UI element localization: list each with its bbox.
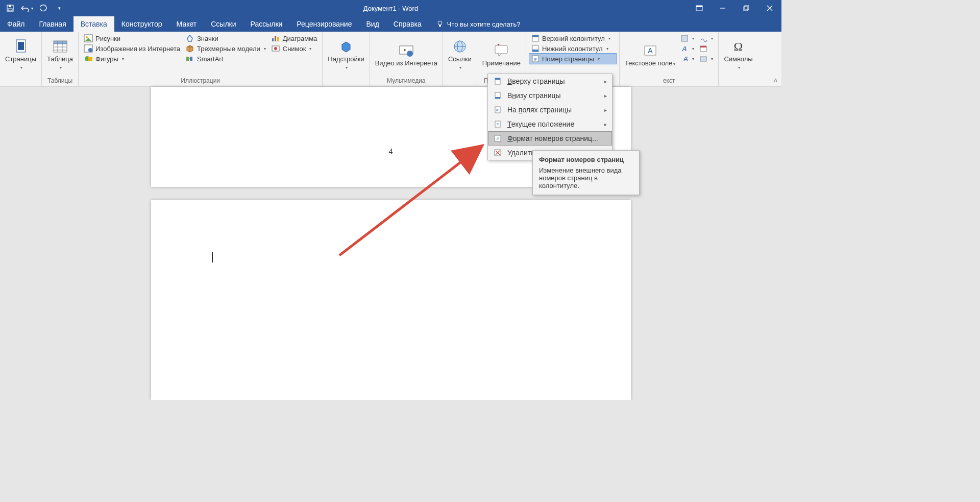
svg-rect-31 [277, 37, 279, 41]
addin-icon [339, 39, 353, 54]
textbox-icon: A [643, 43, 657, 58]
ribbon-tabs: Файл Главная Вставка Конструктор Макет С… [0, 16, 781, 32]
pages-button[interactable]: Страницы▾ [3, 33, 38, 76]
group-media: Видео из Интернета Мультимедиа [370, 32, 443, 86]
svg-text:#: # [496, 108, 499, 112]
redo-button[interactable] [35, 0, 51, 16]
svg-rect-29 [272, 38, 274, 41]
screenshot-button[interactable]: Снимок▾ [269, 43, 320, 54]
ribbon: Страницы▾ Таблица▾ Таблицы Рисунки Изобр… [0, 32, 781, 87]
tab-home[interactable]: Главная [32, 16, 73, 32]
svg-rect-7 [745, 6, 749, 10]
tab-file[interactable]: Файл [0, 16, 32, 32]
page-2[interactable] [151, 200, 631, 400]
parts-icon [680, 34, 689, 42]
undo-icon [20, 5, 30, 12]
dd-bottom-of-page[interactable]: Внизу страницы ▸ [488, 88, 612, 103]
3d-models-button[interactable]: Трехмерные модели▾ [183, 43, 268, 54]
dd-current-position[interactable]: # Текущее положение ▸ [488, 117, 612, 131]
footer-button[interactable]: Нижний колонтитул▾ [529, 43, 616, 54]
dd-page-margins[interactable]: # На полях страницы ▸ [488, 103, 612, 117]
header-button[interactable]: Верхний колонтитул▾ [529, 33, 616, 43]
smartart-icon [185, 55, 194, 63]
text-cursor [212, 252, 213, 262]
svg-rect-57 [700, 57, 706, 61]
object-button[interactable]: ▾ [697, 54, 715, 64]
undo-button[interactable]: ▾ [18, 0, 35, 16]
tab-help[interactable]: Справка [386, 16, 429, 32]
picture-icon [84, 34, 93, 42]
comment-icon [494, 44, 509, 57]
svg-rect-61 [495, 97, 500, 99]
date-icon [699, 44, 707, 53]
save-button[interactable] [2, 0, 18, 16]
video-icon [399, 44, 414, 57]
close-button[interactable] [758, 0, 781, 16]
quickparts-button[interactable]: ▾ [678, 33, 696, 43]
svg-rect-2 [8, 9, 12, 11]
group-tables-label: Таблицы [45, 76, 75, 86]
tell-me-placeholder: Что вы хотите сделать? [447, 20, 521, 28]
minimize-icon [720, 5, 726, 11]
smartart-button[interactable]: SmartArt [183, 54, 268, 64]
comment-button[interactable]: Примечание [480, 33, 523, 76]
group-addins: Надстройки▾ [323, 32, 370, 86]
wordart-icon: A [680, 44, 689, 53]
table-button[interactable]: Таблица▾ [45, 33, 75, 76]
lightbulb-icon [436, 20, 444, 28]
dd-top-of-page[interactable]: Вверху страницы ▸ [488, 74, 612, 88]
dd-format-page-numbers[interactable]: # Формат номеров страниц... [488, 131, 612, 146]
icons-button[interactable]: Значки [183, 33, 268, 43]
signature-button[interactable]: ▾ [697, 33, 715, 43]
object-icon [699, 55, 707, 63]
screenshot-icon [271, 44, 280, 53]
tab-references[interactable]: Ссылки [204, 16, 243, 32]
tab-layout[interactable]: Макет [169, 16, 204, 32]
top-page-icon [494, 77, 502, 85]
symbols-button[interactable]: Ω Символы▾ [722, 33, 754, 76]
dropcap-button[interactable]: A▾ [678, 54, 696, 64]
ribbon-display-options[interactable] [688, 0, 711, 16]
tab-mailings[interactable]: Рассылки [243, 16, 290, 32]
svg-text:A: A [648, 46, 653, 55]
addins-button[interactable]: Надстройки▾ [326, 33, 366, 76]
datetime-button[interactable] [697, 43, 715, 54]
svg-rect-43 [532, 35, 538, 37]
close-icon [767, 5, 773, 11]
svg-rect-13 [18, 42, 24, 50]
svg-rect-30 [275, 36, 276, 41]
tab-design[interactable]: Конструктор [114, 16, 169, 32]
svg-point-22 [86, 36, 88, 38]
chevron-right-icon: ▸ [604, 122, 607, 127]
minimize-button[interactable] [711, 0, 734, 16]
svg-rect-50 [681, 35, 688, 41]
chart-button[interactable]: Диаграмма [269, 33, 320, 43]
svg-rect-4 [696, 6, 702, 7]
group-text-label: екст [623, 76, 715, 86]
wordart-button[interactable]: A▾ [678, 43, 696, 54]
page-number-button[interactable]: #Номер страницы▾ [529, 53, 617, 64]
chevron-right-icon: ▸ [604, 79, 607, 84]
qat-customize[interactable]: ▾ [51, 0, 67, 16]
online-pictures-button[interactable]: Изображения из Интернета [82, 43, 182, 54]
footer-icon [531, 44, 540, 53]
svg-rect-11 [439, 25, 441, 27]
collapse-ribbon-button[interactable]: ᐱ [772, 77, 779, 84]
tab-review[interactable]: Рецензирование [289, 16, 359, 32]
document-area[interactable]: 4 [0, 87, 781, 400]
svg-rect-39 [495, 45, 507, 54]
header-icon [531, 34, 540, 42]
shapes-button[interactable]: Фигуры▾ [82, 54, 182, 64]
online-video-button[interactable]: Видео из Интернета [373, 33, 439, 76]
chevron-right-icon: ▸ [604, 93, 607, 99]
maximize-button[interactable] [734, 0, 758, 16]
tell-me-search[interactable]: Что вы хотите сделать? [429, 16, 528, 32]
group-links: Ссылки▾ [443, 32, 477, 86]
links-button[interactable]: Ссылки▾ [446, 33, 474, 76]
pictures-button[interactable]: Рисунки [82, 33, 182, 43]
sig-icon [699, 34, 707, 42]
textbox-button[interactable]: A Текстовое поле▾ [623, 33, 677, 76]
page-number-text: 4 [389, 147, 393, 156]
tab-view[interactable]: Вид [359, 16, 386, 32]
tab-insert[interactable]: Вставка [74, 16, 114, 32]
